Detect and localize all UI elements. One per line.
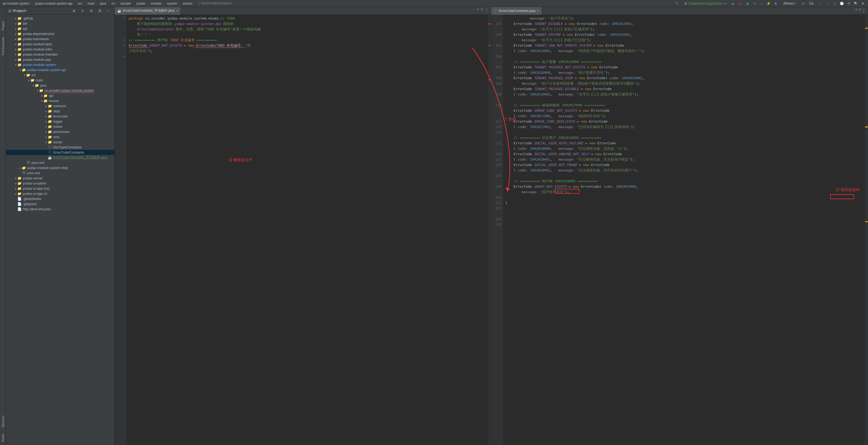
jrebel-dropdown[interactable]: JRebel: ▾ xyxy=(781,1,798,6)
project-tree[interactable]: ▸📁.github▸📁bin▸📁sql▸📁yudao-dependencies▸… xyxy=(6,14,114,445)
tree-node[interactable]: ▸📁yudao-module-pay xyxy=(6,57,114,62)
tree-node[interactable]: ▾📁src xyxy=(6,72,114,77)
expand-icon[interactable]: ≡ xyxy=(80,8,86,14)
ide-settings-icon[interactable]: ⚙ xyxy=(860,1,866,6)
tree-node[interactable]: ⒾErrorCodeConstants xyxy=(6,150,114,155)
tree-node[interactable]: ▾📁cn.iocoder.yudao.module.system xyxy=(6,88,114,93)
rocket-icon[interactable]: ↗ xyxy=(758,1,765,6)
tree-node[interactable]: ▸📁api xyxy=(6,93,114,98)
tree-node[interactable]: ☕ErrorCodeConstants_手动操作.java xyxy=(6,155,114,160)
hammer-icon[interactable]: ⚒ xyxy=(674,1,680,6)
breadcrumb-item[interactable]: java xyxy=(99,2,107,5)
tree-node[interactable]: ▸📁permission xyxy=(6,129,114,134)
tree-node[interactable]: ▸📁dept xyxy=(6,108,114,114)
git-commit-icon[interactable]: ✓ xyxy=(825,1,831,6)
breadcrumb-separator: 〉 xyxy=(83,1,87,6)
tree-node[interactable]: ⒾDictTypeConstants xyxy=(6,145,114,150)
editor-left: ☕ ErrorCodeConstants_手动操作.java × ⋮ ● 2 ˆ… xyxy=(115,7,491,445)
side-rebel-tab[interactable]: Rebel xyxy=(1,434,5,442)
tree-node[interactable]: Ⓜpom.xml xyxy=(6,160,114,165)
close-icon[interactable]: × xyxy=(176,9,178,13)
rollback-icon[interactable]: ↺ xyxy=(846,1,852,6)
breadcrumb-item[interactable]: src xyxy=(77,2,83,5)
tree-node[interactable]: ▸📁yudao-module-system-impl xyxy=(6,165,114,170)
breadcrumb-item[interactable]: system xyxy=(166,2,178,5)
breadcrumb-item[interactable]: enums xyxy=(182,2,193,5)
side-pullrequests-tab[interactable]: Pull Requests xyxy=(1,37,5,55)
breadcrumb-item[interactable]: iocoder xyxy=(119,2,132,5)
run-config-dropdown[interactable]: ✿ YudaoServerApplication ▾ xyxy=(682,1,728,6)
tree-node[interactable]: ▸📁bin xyxy=(6,21,114,26)
tree-node[interactable]: ▸📁yudao-server xyxy=(6,176,114,181)
java-file-icon: ☕ xyxy=(117,9,121,13)
breadcrumb-item[interactable]: main xyxy=(87,2,96,5)
git-label: Git: xyxy=(809,2,814,5)
editor-right-tab[interactable]: Ⓘ ErrorCodeConstants.java × xyxy=(491,7,542,14)
tree-node[interactable]: ▸📁yudao-ui-admin xyxy=(6,181,114,186)
tab-title: ErrorCodeConstants_手动操作.java xyxy=(123,8,174,13)
editor-left-tab[interactable]: ☕ ErrorCodeConstants_手动操作.java × xyxy=(115,7,181,14)
coverage-icon[interactable]: ◉ xyxy=(744,1,750,6)
editor-left-content[interactable]: package cn.iocoder.yudao.module.system.e… xyxy=(126,14,491,445)
editor-left-gutter: 1 23 4 xyxy=(115,14,126,445)
tree-node[interactable]: 📄.gitignore xyxy=(6,201,114,206)
hide-icon[interactable]: — xyxy=(105,8,112,14)
breadcrumb-item[interactable]: yudao xyxy=(135,2,147,5)
breadcrumb-separator: 〉 xyxy=(96,1,99,6)
tree-node[interactable]: ▸📁logger xyxy=(6,119,114,124)
spring-icon: ✿ xyxy=(684,2,687,5)
side-structure-tab[interactable]: Structure xyxy=(1,415,5,427)
bolt-icon[interactable]: ⚡ xyxy=(766,1,772,6)
breadcrumb-item[interactable]: Ⓘ ErrorCodeConstants xyxy=(197,1,233,6)
tree-node[interactable]: ▸📁yudao-ui-app-v1 xyxy=(6,191,114,196)
collapse-icon[interactable]: ≣ xyxy=(88,8,94,14)
tree-node[interactable]: ▾📁java xyxy=(6,83,114,88)
history-icon[interactable]: 🕘 xyxy=(839,1,845,6)
tree-node[interactable]: ▾📁yudao-module-system-api xyxy=(6,67,114,72)
tree-node[interactable]: ▸📁yudao-dependencies xyxy=(6,31,114,36)
tree-node[interactable]: ▸📁.github xyxy=(6,16,114,21)
tree-node[interactable]: ▸📁yudao-ui-app-tmp xyxy=(6,186,114,191)
tree-node[interactable]: ▸📁sql xyxy=(6,26,114,31)
stop2-icon[interactable]: ■ xyxy=(800,1,806,6)
side-project-tab[interactable]: Project xyxy=(1,21,5,30)
tree-node[interactable]: Ⓜpom.xml xyxy=(6,170,114,176)
breadcrumb-separator: 〉 xyxy=(162,1,166,6)
tree-node[interactable]: ▸📁social xyxy=(6,139,114,145)
project-panel-header: ▦ Project ▾ ⊕ ≡ ≣ ⚙ — xyxy=(6,7,114,14)
right-marker-bar[interactable] xyxy=(865,14,868,445)
tree-node[interactable]: ▸📁common xyxy=(6,103,114,108)
tree-node[interactable]: ▸📁yudao-framework xyxy=(6,36,114,41)
run-icon[interactable]: ▶ xyxy=(731,1,736,6)
tree-node[interactable]: ▸📁yudao-module-member xyxy=(6,52,114,57)
tree-node[interactable]: 📄http-client.env.json xyxy=(6,206,114,212)
breadcrumb-separator: 〉 xyxy=(31,1,34,6)
breadcrumb-item[interactable]: yudao-module-system-api xyxy=(34,2,73,5)
tree-node[interactable]: ▾📁yudao-module-system xyxy=(6,62,114,67)
tree-node[interactable]: ▸📁errorcode xyxy=(6,114,114,119)
profile-icon[interactable]: ⟳ xyxy=(751,1,757,6)
editor-problem-badge[interactable]: ⚠ 4 ˆ ˇ xyxy=(855,8,865,11)
search-icon[interactable]: 🔍 xyxy=(853,1,859,6)
breadcrumb-item[interactable]: module xyxy=(150,2,162,5)
git-push-icon[interactable]: ↗ xyxy=(832,1,838,6)
git-update-icon[interactable]: ✓ xyxy=(817,1,824,6)
tree-node[interactable]: ▸📁yudao-module-bpm xyxy=(6,41,114,47)
tree-node[interactable]: ▸📁yudao-module-infra xyxy=(6,47,114,52)
tree-node[interactable]: ▸📁notice xyxy=(6,124,114,129)
tree-node[interactable]: ▾📁enums xyxy=(6,98,114,103)
stop-icon[interactable]: ■ xyxy=(773,1,779,6)
tree-node[interactable]: ▾📁main xyxy=(6,77,114,83)
settings-icon[interactable]: ⚙ xyxy=(97,8,103,14)
editor-problem-badge[interactable]: ● 2 ˆ ˇ xyxy=(477,8,488,11)
breadcrumb-item[interactable]: ao-module-system xyxy=(2,2,31,5)
tree-node[interactable]: ▸📁sms xyxy=(6,134,114,139)
locate-icon[interactable]: ⊕ xyxy=(71,8,77,14)
editor-right-content[interactable]: message: "租户不存在"); ErrorCode TENANT_DISA… xyxy=(503,14,868,445)
breadcrumb-item[interactable]: cn xyxy=(111,2,116,5)
debug-icon[interactable]: 🐞 xyxy=(738,1,743,6)
tree-node[interactable]: 📄.gitattributes xyxy=(6,196,114,201)
close-icon[interactable]: × xyxy=(537,9,539,13)
breadcrumb-separator: 〉 xyxy=(116,1,119,6)
right-marker-bar[interactable] xyxy=(488,14,491,445)
